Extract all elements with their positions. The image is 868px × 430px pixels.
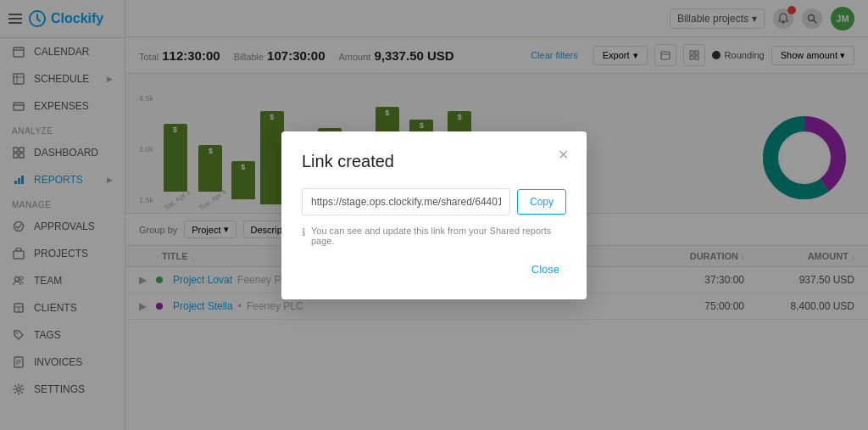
info-icon: ℹ	[302, 226, 306, 238]
modal-title: Link created	[302, 152, 566, 171]
modal-overlay[interactable]: Link created ✕ Copy ℹ You can see and up…	[0, 0, 868, 430]
modal-close-button[interactable]: ✕	[553, 145, 573, 165]
modal-info-text: You can see and update this link from yo…	[311, 226, 566, 246]
modal-url-row: Copy	[302, 188, 566, 215]
copy-link-button[interactable]: Copy	[517, 189, 566, 215]
modal-url-input[interactable]	[302, 188, 510, 215]
modal-close-text-button[interactable]: Close	[525, 260, 566, 279]
link-created-modal: Link created ✕ Copy ℹ You can see and up…	[281, 131, 587, 299]
modal-footer: Close	[302, 260, 566, 279]
modal-info: ℹ You can see and update this link from …	[302, 226, 566, 246]
